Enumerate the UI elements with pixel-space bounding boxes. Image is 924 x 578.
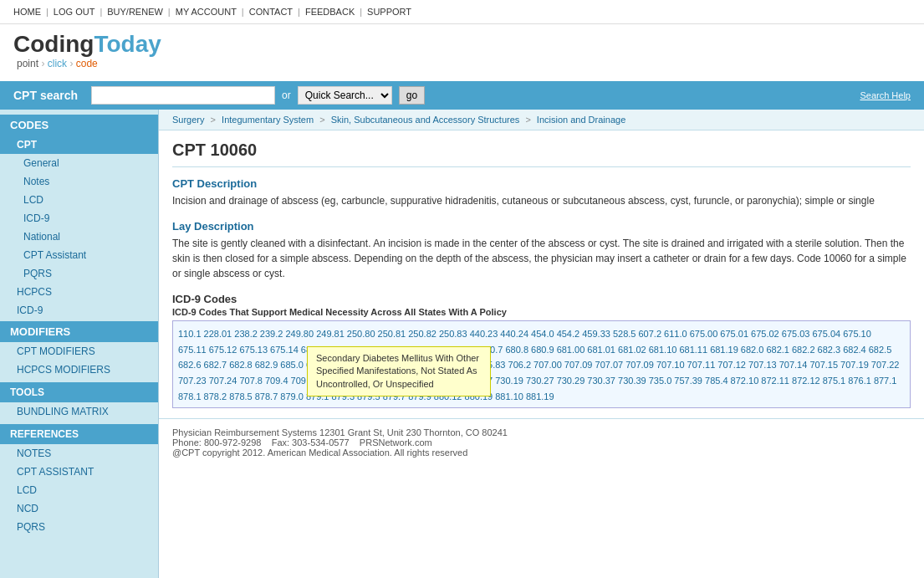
footer-company: Physician Reimbursement Systems bbox=[172, 427, 317, 437]
sidebar-item-notes-bottom[interactable]: NOTES bbox=[0, 444, 158, 463]
tagline-click: click bbox=[48, 58, 67, 69]
icd9-subtitle: ICD-9 Codes That Support Medical Necessi… bbox=[172, 307, 911, 317]
sidebar-item-cpt-modifiers[interactable]: CPT MODIFIERS bbox=[0, 342, 158, 361]
codes-box[interactable]: 110.1 228.01 238.2 239.2 249.80 249.81 2… bbox=[172, 320, 911, 408]
lay-description-text: The site is gently cleaned with a disinf… bbox=[172, 236, 911, 281]
logo-tagline: point › click › code bbox=[17, 58, 161, 69]
sidebar-item-pqrs[interactable]: PQRS bbox=[0, 264, 158, 283]
cpt-description-header: CPT Description bbox=[172, 177, 911, 190]
tooltip-popup: Secondary Diabetes Mellitus With Other S… bbox=[307, 346, 491, 396]
codes-text: 110.1 228.01 238.2 239.2 249.80 249.81 2… bbox=[178, 329, 899, 402]
footer-fax: Fax: 303-534-0577 bbox=[272, 437, 350, 448]
nav-home[interactable]: HOME bbox=[13, 7, 41, 17]
logo-today-text: Today bbox=[94, 31, 161, 58]
sidebar-item-pqrs-bottom[interactable]: PQRS bbox=[0, 518, 158, 536]
main-content: Surgery > Integumentary System > Skin, S… bbox=[159, 110, 924, 578]
icd9-codes-header: ICD-9 Codes bbox=[172, 293, 911, 305]
breadcrumb-skin[interactable]: Skin, Subcutaneous and Accessory Structu… bbox=[331, 115, 520, 125]
main-layout: CODES CPT General Notes LCD ICD-9 Nation… bbox=[0, 110, 924, 578]
sidebar-item-icd9-main[interactable]: ICD-9 bbox=[0, 301, 158, 320]
top-navigation: HOME | LOG OUT | BUY/RENEW | MY ACCOUNT … bbox=[0, 0, 924, 24]
sidebar-item-national[interactable]: National bbox=[0, 228, 158, 246]
tagline-arrow1: › bbox=[41, 58, 44, 69]
cpt-code-title: CPT 10060 bbox=[172, 141, 911, 167]
sidebar-item-bundling-matrix[interactable]: BUNDLING MATRIX bbox=[0, 402, 158, 421]
content-area: CPT 10060 CPT Description Incision and d… bbox=[159, 130, 924, 418]
breadcrumb: Surgery > Integumentary System > Skin, S… bbox=[159, 110, 924, 130]
lay-description-header: Lay Description bbox=[172, 220, 911, 233]
search-label: CPT search bbox=[13, 89, 78, 102]
sidebar-references-header[interactable]: REFERENCES bbox=[0, 424, 158, 444]
sidebar-item-lcd-bottom[interactable]: LCD bbox=[0, 481, 158, 499]
cpt-description-text: Incision and drainage of abscess (eg, ca… bbox=[172, 193, 911, 208]
sidebar-item-cpt-assistant[interactable]: CPT Assistant bbox=[0, 246, 158, 264]
tagline-arrow2: › bbox=[69, 58, 73, 69]
nav-myaccount[interactable]: MY ACCOUNT bbox=[176, 7, 237, 17]
sidebar-item-lcd[interactable]: LCD bbox=[0, 191, 158, 209]
sidebar-item-hcpcs[interactable]: HCPCS bbox=[0, 283, 158, 301]
nav-buyrenew[interactable]: BUY/RENEW bbox=[107, 7, 163, 17]
breadcrumb-surgery[interactable]: Surgery bbox=[172, 115, 205, 125]
footer-address: 12301 Grant St, Unit 230 Thornton, CO 80… bbox=[319, 427, 508, 437]
sidebar-modifiers-header[interactable]: MODIFIERS bbox=[0, 321, 158, 342]
breadcrumb-sep1: > bbox=[211, 115, 218, 125]
sidebar-item-ncd[interactable]: NCD bbox=[0, 499, 158, 518]
sidebar-item-notes[interactable]: Notes bbox=[0, 172, 158, 191]
nav-logout[interactable]: LOG OUT bbox=[54, 7, 95, 17]
sidebar: CODES CPT General Notes LCD ICD-9 Nation… bbox=[0, 110, 159, 578]
nav-contact[interactable]: CONTACT bbox=[249, 7, 293, 17]
logo-coding-text: Coding bbox=[13, 31, 94, 58]
footer: Physician Reimbursement Systems 12301 Gr… bbox=[159, 418, 924, 466]
quick-search-select[interactable]: Quick Search... bbox=[298, 86, 392, 105]
search-help-link[interactable]: Search Help bbox=[860, 90, 911, 100]
search-bar: CPT search or Quick Search... go Search … bbox=[0, 81, 924, 110]
sidebar-codes-header[interactable]: CODES bbox=[0, 115, 158, 136]
sidebar-item-general[interactable]: General bbox=[0, 154, 158, 172]
sidebar-item-cpt[interactable]: CPT bbox=[0, 136, 158, 154]
sidebar-item-icd9[interactable]: ICD-9 bbox=[0, 209, 158, 228]
breadcrumb-sep3: > bbox=[525, 115, 533, 125]
footer-website: PRSNetwork.com bbox=[360, 437, 432, 448]
sidebar-tools-header[interactable]: TOOLS bbox=[0, 382, 158, 402]
codes-scroll-area[interactable]: 110.1 228.01 238.2 239.2 249.80 249.81 2… bbox=[178, 326, 905, 402]
breadcrumb-incision[interactable]: Incision and Drainage bbox=[537, 115, 625, 125]
footer-copyright: @CPT copyright 2012. American Medical As… bbox=[172, 448, 467, 458]
sidebar-item-cpt-assistant-bottom[interactable]: CPT ASSISTANT bbox=[0, 463, 158, 481]
footer-phone: Phone: 800-972-9298 bbox=[172, 437, 261, 448]
nav-support[interactable]: SUPPORT bbox=[367, 7, 411, 17]
nav-feedback[interactable]: FEEDBACK bbox=[305, 7, 355, 17]
search-input[interactable] bbox=[91, 86, 275, 105]
sidebar-item-hcpcs-modifiers[interactable]: HCPCS MODIFIERS bbox=[0, 361, 158, 379]
breadcrumb-sep2: > bbox=[319, 115, 327, 125]
breadcrumb-integumentary[interactable]: Integumentary System bbox=[222, 115, 314, 125]
site-header: CodingToday point › click › code bbox=[0, 24, 924, 81]
go-button[interactable]: go bbox=[399, 86, 425, 105]
tagline-point: point bbox=[17, 58, 38, 69]
tagline-code: code bbox=[76, 58, 98, 69]
icd9-section: ICD-9 Codes ICD-9 Codes That Support Med… bbox=[172, 293, 911, 408]
search-or-label: or bbox=[282, 90, 291, 101]
